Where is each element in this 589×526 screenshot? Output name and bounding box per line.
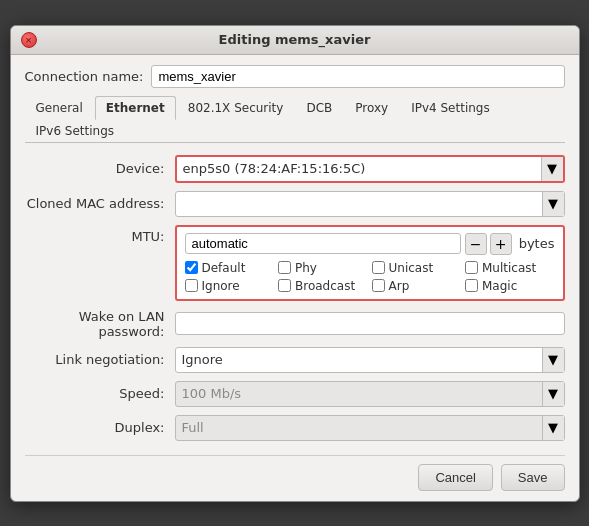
device-control: enp5s0 (78:24:AF:15:16:5C) ▼ (175, 155, 565, 183)
main-window: × Editing mems_xavier Connection name: G… (10, 25, 580, 502)
speed-arrow: ▼ (542, 382, 564, 406)
link-neg-control: Ignore ▼ (175, 347, 565, 373)
mtu-plus-button[interactable]: + (490, 233, 512, 255)
wol-phy-label: Phy (295, 261, 317, 275)
wol-password-label: Wake on LAN password: (25, 309, 175, 339)
speed-label: Speed: (25, 386, 175, 401)
wol-phy-checkbox[interactable] (278, 261, 291, 274)
wol-multicast: Multicast (465, 261, 555, 275)
wol-broadcast-checkbox[interactable] (278, 279, 291, 292)
link-neg-row: Link negotiation: Ignore ▼ (25, 347, 565, 373)
tab-ipv6[interactable]: IPv6 Settings (25, 119, 126, 142)
mtu-label: MTU: (25, 225, 175, 244)
wol-multicast-checkbox[interactable] (465, 261, 478, 274)
window-title: Editing mems_xavier (37, 32, 553, 47)
mtu-container: − + bytes Default Phy U (175, 225, 565, 301)
device-value: enp5s0 (78:24:AF:15:16:5C) (177, 158, 541, 179)
titlebar: × Editing mems_xavier (11, 26, 579, 55)
wol-unicast-label: Unicast (389, 261, 434, 275)
wol-arp-label: Arp (389, 279, 410, 293)
wol-magic-checkbox[interactable] (465, 279, 478, 292)
speed-select: 100 Mb/s ▼ (175, 381, 565, 407)
wol-broadcast-label: Broadcast (295, 279, 355, 293)
wol-password-row: Wake on LAN password: (25, 309, 565, 339)
link-neg-label: Link negotiation: (25, 352, 175, 367)
speed-value: 100 Mb/s (176, 383, 542, 404)
content-area: Connection name: General Ethernet 802.1X… (11, 55, 579, 501)
mtu-control-row: − + bytes (185, 233, 555, 255)
speed-control: 100 Mb/s ▼ (175, 381, 565, 407)
wol-broadcast: Broadcast (278, 279, 368, 293)
cancel-button[interactable]: Cancel (418, 464, 492, 491)
wol-multicast-label: Multicast (482, 261, 536, 275)
cloned-mac-row: Cloned MAC address: ▼ (25, 191, 565, 217)
cloned-mac-arrow[interactable]: ▼ (542, 192, 564, 216)
tab-8021x[interactable]: 802.1X Security (177, 96, 295, 119)
wol-unicast-checkbox[interactable] (372, 261, 385, 274)
duplex-control: Full ▼ (175, 415, 565, 441)
tab-general[interactable]: General (25, 96, 94, 119)
cloned-mac-label: Cloned MAC address: (25, 196, 175, 211)
wol-default: Default (185, 261, 275, 275)
cloned-mac-control: ▼ (175, 191, 565, 217)
connection-name-row: Connection name: (25, 65, 565, 88)
cloned-mac-value (176, 201, 542, 207)
mtu-unit: bytes (519, 236, 555, 251)
connection-name-input[interactable] (151, 65, 564, 88)
device-label: Device: (25, 161, 175, 176)
wol-ignore-label: Ignore (202, 279, 240, 293)
save-button[interactable]: Save (501, 464, 565, 491)
wol-password-control (175, 312, 565, 335)
wol-default-label: Default (202, 261, 246, 275)
tab-bar: General Ethernet 802.1X Security DCB Pro… (25, 96, 565, 143)
mtu-minus-button[interactable]: − (465, 233, 487, 255)
wol-magic: Magic (465, 279, 555, 293)
link-neg-value: Ignore (176, 349, 542, 370)
tab-ethernet[interactable]: Ethernet (95, 96, 176, 120)
speed-row: Speed: 100 Mb/s ▼ (25, 381, 565, 407)
buttons-row: Cancel Save (25, 455, 565, 491)
device-select[interactable]: enp5s0 (78:24:AF:15:16:5C) ▼ (175, 155, 565, 183)
wol-checkboxes: Default Phy Unicast Multicast (185, 261, 555, 293)
mtu-input[interactable] (185, 233, 461, 254)
wol-unicast: Unicast (372, 261, 462, 275)
device-arrow[interactable]: ▼ (541, 157, 563, 181)
tab-dcb[interactable]: DCB (295, 96, 343, 119)
close-button[interactable]: × (21, 32, 37, 48)
duplex-arrow: ▼ (542, 416, 564, 440)
tab-proxy[interactable]: Proxy (344, 96, 399, 119)
tab-ipv4[interactable]: IPv4 Settings (400, 96, 501, 119)
connection-name-label: Connection name: (25, 69, 144, 84)
link-neg-arrow[interactable]: ▼ (542, 348, 564, 372)
wol-ignore-checkbox[interactable] (185, 279, 198, 292)
wol-ignore: Ignore (185, 279, 275, 293)
wol-arp-checkbox[interactable] (372, 279, 385, 292)
cloned-mac-select[interactable]: ▼ (175, 191, 565, 217)
duplex-row: Duplex: Full ▼ (25, 415, 565, 441)
wol-default-checkbox[interactable] (185, 261, 198, 274)
duplex-label: Duplex: (25, 420, 175, 435)
duplex-select: Full ▼ (175, 415, 565, 441)
wol-arp: Arp (372, 279, 462, 293)
wol-phy: Phy (278, 261, 368, 275)
wol-password-input[interactable] (175, 312, 565, 335)
mtu-wol-row: MTU: − + bytes Default P (25, 225, 565, 301)
link-neg-select[interactable]: Ignore ▼ (175, 347, 565, 373)
device-row: Device: enp5s0 (78:24:AF:15:16:5C) ▼ (25, 155, 565, 183)
duplex-value: Full (176, 417, 542, 438)
wol-magic-label: Magic (482, 279, 517, 293)
